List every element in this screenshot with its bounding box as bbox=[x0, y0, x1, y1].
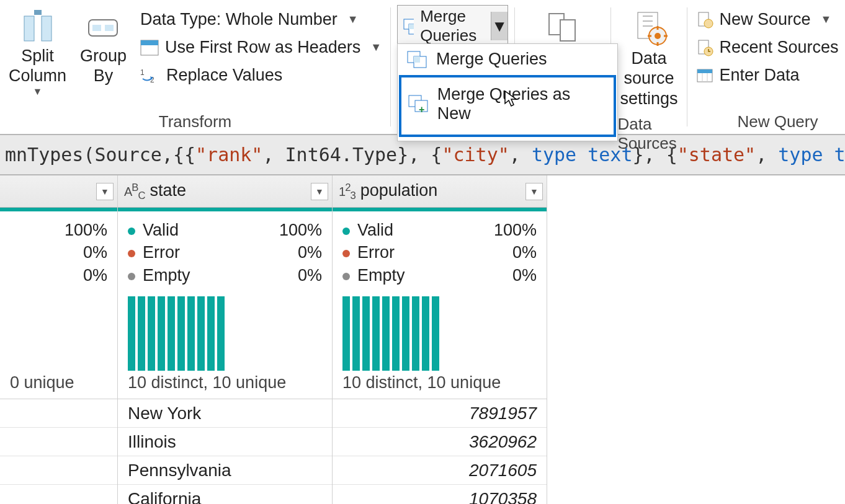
distinct-label: 0 unique bbox=[0, 373, 117, 399]
table-cell[interactable] bbox=[0, 456, 117, 485]
distribution-chart bbox=[118, 288, 332, 373]
table-cell[interactable]: Pennsylvania bbox=[118, 456, 332, 485]
enter-data-icon bbox=[696, 67, 713, 84]
table-cell[interactable]: 3620962 bbox=[333, 428, 547, 456]
filter-dropdown-button[interactable]: ▼ bbox=[96, 183, 114, 200]
valid-label: Valid bbox=[143, 221, 179, 239]
column-name: population bbox=[360, 181, 438, 200]
column-state: ABCstate ▼ Valid100% Error0% Empty0% 10 … bbox=[118, 175, 333, 504]
ribbon-group-new-query: New Source ▼ Recent Sources ▼ Enter Data… bbox=[687, 0, 845, 134]
svg-rect-33 bbox=[697, 69, 712, 73]
dropdown-merge-queries-as-new-label: Merge Queries as New bbox=[437, 85, 607, 123]
column-header[interactable]: ▼ bbox=[0, 175, 117, 208]
empty-pct: 0% bbox=[83, 264, 107, 286]
recent-sources-button[interactable]: Recent Sources ▼ bbox=[694, 37, 845, 58]
empty-dot-icon bbox=[342, 273, 350, 280]
first-row-headers-label: Use First Row as Headers bbox=[165, 38, 360, 57]
chevron-down-icon[interactable]: ▼ bbox=[491, 12, 507, 40]
group-label-new-query: New Query bbox=[737, 112, 818, 131]
merge-queries-dropdown: Merge Queries + Merge Queries as New bbox=[397, 43, 618, 141]
column-population: 123population ▼ Valid100% Error0% Empty0… bbox=[333, 175, 547, 504]
dropdown-merge-queries-label: Merge Queries bbox=[436, 50, 547, 69]
valid-label: Valid bbox=[357, 221, 393, 239]
merge-queries-icon bbox=[403, 17, 414, 35]
distinct-label: 10 distinct, 10 unique bbox=[118, 373, 332, 399]
enter-data-label: Enter Data bbox=[720, 66, 800, 85]
data-source-settings-button[interactable]: Data source settings bbox=[617, 5, 680, 112]
type-text-icon: ABC bbox=[124, 185, 145, 198]
replace-values-button[interactable]: 12 Replace Values bbox=[138, 64, 285, 86]
table-cell[interactable] bbox=[0, 399, 117, 428]
group-by-label: Group By bbox=[80, 46, 127, 86]
data-type-button[interactable]: Data Type: Whole Number ▼ bbox=[138, 9, 360, 30]
ribbon: Split Column ▼ Group By Data Type: Whole… bbox=[0, 0, 845, 135]
data-type-label: Data Type: Whole Number bbox=[140, 10, 338, 29]
new-source-icon bbox=[696, 11, 713, 29]
formula-text: mnTypes(Source,{{"rank", Int64.Type}, {"… bbox=[5, 144, 845, 166]
ribbon-group-transform: Split Column ▼ Group By Data Type: Whole… bbox=[0, 0, 390, 134]
valid-dot-icon bbox=[128, 228, 135, 235]
dropdown-merge-queries[interactable]: Merge Queries bbox=[398, 44, 617, 74]
enter-data-button[interactable]: Enter Data bbox=[694, 64, 802, 86]
group-by-icon bbox=[84, 9, 123, 46]
data-source-settings-icon bbox=[629, 9, 669, 48]
split-column-button[interactable]: Split Column ▼ bbox=[6, 5, 69, 101]
filter-dropdown-button[interactable]: ▼ bbox=[311, 183, 328, 200]
table-cell[interactable]: 2071605 bbox=[333, 456, 547, 485]
table-cell[interactable] bbox=[0, 428, 117, 456]
group-by-button[interactable]: Group By bbox=[78, 5, 129, 90]
ribbon-group-combine: Merge Queries ▼ Merge Queries + Merge Qu… bbox=[391, 0, 514, 134]
empty-pct: 0% bbox=[298, 264, 322, 286]
chevron-down-icon: ▼ bbox=[33, 86, 43, 97]
distribution-chart bbox=[333, 288, 547, 373]
svg-rect-20 bbox=[560, 20, 575, 41]
svg-rect-12 bbox=[409, 24, 414, 29]
chevron-down-icon: ▼ bbox=[347, 13, 359, 26]
valid-pct: 100% bbox=[279, 219, 322, 241]
table-cell[interactable]: Illinois bbox=[118, 428, 332, 456]
empty-label: Empty bbox=[143, 266, 190, 285]
new-source-button[interactable]: New Source ▼ bbox=[694, 9, 834, 30]
table-cell[interactable]: New York bbox=[118, 399, 332, 428]
table-cell[interactable]: 7891957 bbox=[333, 399, 547, 428]
table-cell[interactable]: California bbox=[118, 485, 332, 504]
table-header-icon bbox=[140, 40, 159, 56]
svg-text:+: + bbox=[419, 104, 424, 114]
svg-rect-5 bbox=[105, 25, 114, 31]
split-column-label: Split Column bbox=[9, 46, 66, 86]
type-wholenumber-icon: 123 bbox=[339, 185, 355, 198]
svg-point-23 bbox=[655, 33, 661, 39]
column-header-state[interactable]: ABCstate ▼ bbox=[118, 175, 332, 208]
column-header-population[interactable]: 123population ▼ bbox=[333, 175, 547, 208]
recent-sources-label: Recent Sources bbox=[720, 38, 839, 57]
manage-parameters-icon bbox=[543, 9, 583, 43]
valid-dot-icon bbox=[342, 228, 350, 235]
error-dot-icon bbox=[342, 250, 350, 257]
svg-rect-4 bbox=[92, 25, 101, 31]
error-dot-icon bbox=[128, 250, 135, 257]
split-column-icon bbox=[18, 9, 58, 46]
first-row-headers-button[interactable]: Use First Row as Headers ▼ bbox=[138, 37, 384, 58]
table-cell[interactable] bbox=[0, 485, 117, 504]
chevron-down-icon: ▼ bbox=[370, 41, 382, 54]
error-pct: 0% bbox=[512, 241, 537, 263]
merge-queries-icon bbox=[406, 49, 427, 69]
merge-queries-split-button[interactable]: Merge Queries ▼ bbox=[397, 5, 508, 47]
svg-text:1: 1 bbox=[140, 68, 145, 77]
svg-point-29 bbox=[704, 19, 713, 28]
filter-dropdown-button[interactable]: ▼ bbox=[525, 183, 543, 200]
group-label-transform: Transform bbox=[159, 112, 232, 131]
column-name: state bbox=[150, 181, 187, 200]
error-label: Error bbox=[357, 243, 395, 262]
recent-sources-icon bbox=[696, 39, 713, 56]
svg-rect-7 bbox=[141, 40, 158, 45]
group-label-data-sources: Data Sources bbox=[617, 115, 680, 153]
merge-queries-new-icon: + bbox=[408, 94, 429, 114]
merge-queries-label: Merge Queries bbox=[420, 7, 485, 45]
svg-rect-15 bbox=[414, 56, 420, 63]
empty-dot-icon bbox=[128, 273, 135, 280]
table-cell[interactable]: 1070358 bbox=[333, 485, 547, 504]
chevron-down-icon: ▼ bbox=[821, 13, 832, 26]
dropdown-merge-queries-as-new[interactable]: + Merge Queries as New bbox=[399, 75, 616, 137]
svg-rect-0 bbox=[24, 16, 34, 41]
